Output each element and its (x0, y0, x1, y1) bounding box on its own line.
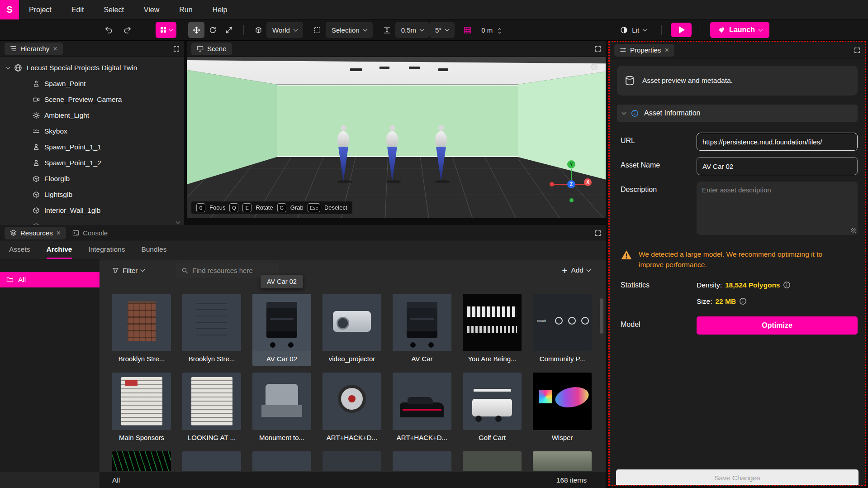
tab-scene[interactable]: Scene (191, 43, 232, 55)
undo-button[interactable] (100, 22, 117, 38)
expand-panel-button[interactable] (595, 230, 601, 236)
menu-item-help[interactable]: Help (203, 0, 237, 19)
tab-resources[interactable]: Resources × (5, 227, 66, 239)
move-snap-dropdown[interactable]: 0.5m (395, 22, 429, 38)
redo-button[interactable] (119, 22, 136, 38)
info-icon[interactable] (783, 281, 791, 289)
transform-space-button[interactable] (250, 22, 266, 38)
apps-grid-icon (160, 26, 167, 33)
menu-item-view[interactable]: View (134, 0, 169, 19)
asset-card-partial[interactable] (252, 451, 311, 471)
app-logo[interactable]: S (0, 0, 19, 19)
tree-item-ambient-light[interactable]: Ambient_Light (0, 107, 184, 123)
asset-card-partial[interactable] (463, 451, 522, 471)
asset-name-input[interactable] (697, 157, 858, 175)
selection-frame-button[interactable] (309, 22, 326, 38)
play-button[interactable] (671, 23, 692, 37)
rotate-tool-button[interactable] (204, 22, 221, 38)
info-icon[interactable] (739, 297, 747, 305)
asset-card[interactable]: LOOKING AT ... (182, 373, 241, 445)
resize-handle[interactable] (851, 228, 856, 233)
close-icon[interactable]: × (664, 47, 669, 54)
asset-card-partial[interactable] (112, 451, 171, 471)
subtab-integrations[interactable]: Integrations (88, 245, 125, 259)
rotate-snap-dropdown[interactable]: 5° (429, 22, 455, 38)
subtab-archive[interactable]: Archive (47, 245, 72, 259)
selection-dropdown[interactable]: Selection (326, 22, 373, 38)
asset-card[interactable]: Monument to... (252, 373, 311, 445)
tree-item-spawn-point[interactable]: Spawn_Point (0, 76, 184, 91)
filter-button[interactable]: Filter (112, 267, 144, 274)
info-icon (631, 110, 639, 117)
scale-tool-button[interactable] (221, 22, 237, 38)
expand-panel-button[interactable] (854, 47, 860, 53)
menu-item-select[interactable]: Select (94, 0, 133, 19)
tree-item-lightsglb[interactable]: Lightsglb (0, 187, 184, 202)
section-asset-information[interactable]: Asset Information (617, 105, 858, 122)
stepper-arrows[interactable] (498, 27, 501, 33)
asset-card[interactable]: ART+HACK+D... (323, 373, 381, 445)
asset-card-partial[interactable] (323, 451, 381, 471)
tree-item-floorglb[interactable]: Floorglb (0, 171, 184, 187)
menu-item-run[interactable]: Run (169, 0, 202, 19)
rotate-snap-label: 5° (435, 26, 441, 34)
expand-panel-button[interactable] (595, 46, 601, 52)
asset-card-selected[interactable]: AV Car 02 (252, 294, 311, 366)
asset-card[interactable]: You Are Being... (463, 294, 522, 366)
asset-card-partial[interactable] (182, 451, 241, 471)
folder-item-all[interactable]: All (0, 272, 100, 287)
tree-root[interactable]: Locust Special Projects Digital Twin (0, 60, 184, 76)
align-height-button[interactable] (379, 22, 395, 38)
asset-card[interactable]: Brooklyn Stre... (112, 294, 171, 366)
gear-icon[interactable]: ⚙ (590, 62, 598, 72)
grid-scrollbar-thumb[interactable] (600, 298, 603, 334)
tree-item-spawn-point-1-1[interactable]: Spawn_Point_1_1 (0, 139, 184, 155)
asset-card[interactable]: Wisper (533, 373, 592, 445)
asset-card[interactable]: rosoft Community P... (533, 294, 592, 366)
gizmo-x-handle[interactable]: X (584, 178, 592, 186)
url-input[interactable] (697, 133, 858, 151)
grid-height-stepper[interactable]: 0 m (475, 22, 507, 38)
tree-item-partial[interactable] (0, 218, 184, 225)
scene-viewport[interactable]: Y Z X ⚙ Focus Q E Rotate G Grab Esc Dese… (187, 57, 606, 218)
layout-grid-dropdown[interactable] (156, 22, 176, 38)
hotkey-focus-label: Focus (209, 204, 225, 211)
description-textarea[interactable] (697, 182, 858, 235)
optimize-button[interactable]: Optimize (697, 316, 858, 335)
asset-card[interactable]: Main Sponsors (112, 373, 171, 445)
menu-item-project[interactable]: Project (19, 0, 62, 19)
tree-item-skybox[interactable]: Skybox (0, 123, 184, 139)
asset-card[interactable]: ART+HACK+D... (393, 373, 451, 445)
tree-item-spawn-point-1-2[interactable]: Spawn_Point_1_2 (0, 155, 184, 171)
tab-properties[interactable]: Properties × (614, 44, 674, 57)
subtab-assets[interactable]: Assets (9, 245, 30, 259)
asset-card[interactable]: AV Car (393, 294, 451, 366)
lit-dropdown[interactable]: Lit (614, 22, 652, 38)
close-icon[interactable]: × (53, 45, 57, 53)
grid-snap-toggle[interactable] (459, 22, 475, 38)
gizmo-x-negative-handle[interactable] (550, 182, 554, 187)
move-tool-button[interactable] (188, 22, 204, 38)
gizmo-z-handle[interactable]: Z (567, 180, 575, 188)
asset-card-partial[interactable] (533, 451, 592, 471)
asset-card[interactable]: video_projector (323, 294, 381, 366)
world-dropdown[interactable]: World (266, 22, 303, 38)
asset-card[interactable]: Brooklyn Stre... (182, 294, 241, 366)
asset-card[interactable]: Golf Cart (463, 373, 522, 445)
tree-item-scene-preview-camera[interactable]: Scene_Preview_Camera (0, 91, 184, 107)
launch-button[interactable]: Launch (710, 22, 769, 38)
save-changes-button[interactable]: Save Changes (616, 469, 859, 486)
asset-card-partial[interactable] (393, 451, 451, 471)
tab-hierarchy[interactable]: Hierarchy × (5, 43, 63, 55)
gizmo-y-handle[interactable]: Y (567, 160, 575, 168)
subtab-bundles[interactable]: Bundles (141, 245, 166, 259)
camera-icon (33, 96, 40, 103)
search-input[interactable] (192, 267, 282, 274)
close-icon[interactable]: × (57, 230, 61, 237)
tab-console[interactable]: Console (66, 229, 114, 237)
add-button[interactable]: + Add (562, 266, 590, 275)
gizmo-y-negative-handle[interactable] (569, 198, 574, 202)
tree-item-interior-wall-1glb[interactable]: Interior_Wall_1glb (0, 202, 184, 218)
expand-panel-button[interactable] (173, 46, 180, 52)
menu-item-edit[interactable]: Edit (62, 0, 94, 19)
